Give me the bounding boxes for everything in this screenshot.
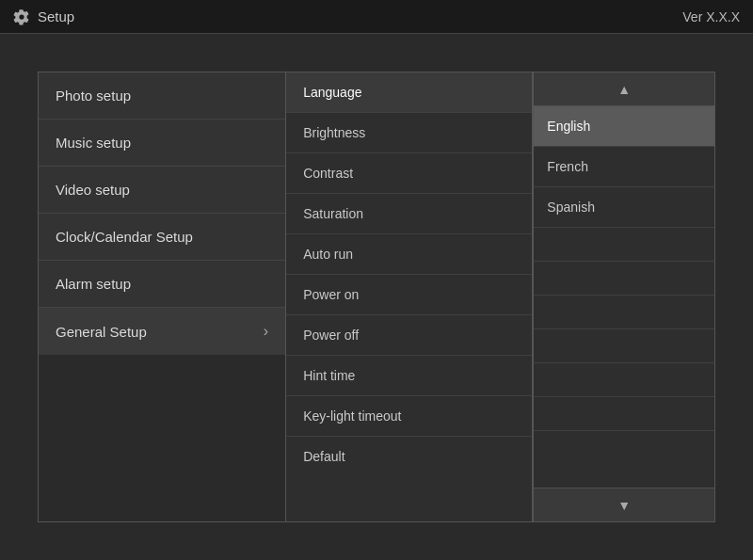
option-label-french: French <box>547 159 588 174</box>
dropdown-option-french[interactable]: French <box>534 147 714 187</box>
option-label-spanish: Spanish <box>547 200 595 215</box>
sidebar-label-video-setup: Video setup <box>56 182 130 198</box>
sidebar-label-clock-calendar: Clock/Calendar Setup <box>56 229 193 245</box>
menu-label-saturation: Saturation <box>303 206 363 221</box>
arrow-up-icon: ▲ <box>617 82 631 97</box>
menu-label-hint-time: Hint time <box>303 368 355 383</box>
empty-row-6 <box>534 397 714 431</box>
menu-label-power-on: Power on <box>303 287 359 302</box>
empty-row-4 <box>534 329 714 363</box>
dropdown-option-english[interactable]: English <box>534 106 714 147</box>
empty-row-1 <box>534 228 714 262</box>
menu-label-language: Language <box>303 85 361 100</box>
sidebar-item-photo-setup[interactable]: Photo setup <box>39 72 285 120</box>
chevron-right-icon: › <box>264 323 268 340</box>
sidebar: Photo setup Music setup Video setup Cloc… <box>38 72 285 522</box>
menu-label-power-off: Power off <box>303 328 359 343</box>
empty-row-2 <box>534 262 714 296</box>
menu-label-key-light-timeout: Key-light timeout <box>303 408 401 424</box>
dropdown-panel: ▲ English French Spanish ▼ <box>533 72 715 522</box>
sidebar-item-video-setup[interactable]: Video setup <box>39 167 285 214</box>
empty-row-7 <box>534 431 714 465</box>
empty-row-3 <box>534 296 714 329</box>
menu-label-default: Default <box>303 449 344 464</box>
menu-item-key-light-timeout[interactable]: Key-light timeout <box>286 396 532 437</box>
menu-item-contrast[interactable]: Contrast <box>286 153 532 194</box>
dropdown-arrow-down-button[interactable]: ▼ <box>534 488 714 521</box>
menu-label-auto-run: Auto run <box>303 247 353 262</box>
sidebar-item-music-setup[interactable]: Music setup <box>39 120 285 167</box>
arrow-down-icon: ▼ <box>617 498 631 513</box>
menu-item-auto-run[interactable]: Auto run <box>286 234 532 275</box>
dropdown-option-spanish[interactable]: Spanish <box>534 187 714 228</box>
menu-item-brightness[interactable]: Brightness <box>286 113 532 153</box>
title-left: Setup <box>13 8 74 25</box>
sidebar-item-clock-calendar[interactable]: Clock/Calendar Setup <box>39 214 285 261</box>
option-label-english: English <box>547 119 590 134</box>
menu-label-brightness: Brightness <box>303 125 365 140</box>
empty-row-5 <box>534 363 714 397</box>
menu-item-power-on[interactable]: Power on <box>286 275 532 315</box>
gear-icon <box>13 8 30 25</box>
menu-item-language[interactable]: Language <box>286 72 532 113</box>
dropdown-arrow-up-button[interactable]: ▲ <box>534 72 714 106</box>
main-content: Photo setup Music setup Video setup Cloc… <box>0 34 753 560</box>
menu-item-hint-time[interactable]: Hint time <box>286 356 532 396</box>
sidebar-label-alarm-setup: Alarm setup <box>56 276 131 292</box>
app-title: Setup <box>38 8 74 24</box>
sidebar-item-alarm-setup[interactable]: Alarm setup <box>39 261 285 308</box>
sidebar-label-general-setup: General Setup <box>56 324 147 340</box>
menu-label-contrast: Contrast <box>303 166 353 181</box>
menu-panel: Language Brightness Contrast Saturation … <box>285 72 533 522</box>
menu-item-saturation[interactable]: Saturation <box>286 194 532 234</box>
menu-item-power-off[interactable]: Power off <box>286 315 532 356</box>
menu-item-default[interactable]: Default <box>286 437 532 476</box>
version-label: Ver X.X.X <box>682 9 740 24</box>
dropdown-empty-rows <box>534 228 714 488</box>
title-bar: Setup Ver X.X.X <box>0 0 753 34</box>
sidebar-label-music-setup: Music setup <box>56 135 131 151</box>
sidebar-item-general-setup[interactable]: General Setup › <box>39 308 285 355</box>
sidebar-label-photo-setup: Photo setup <box>56 88 131 104</box>
